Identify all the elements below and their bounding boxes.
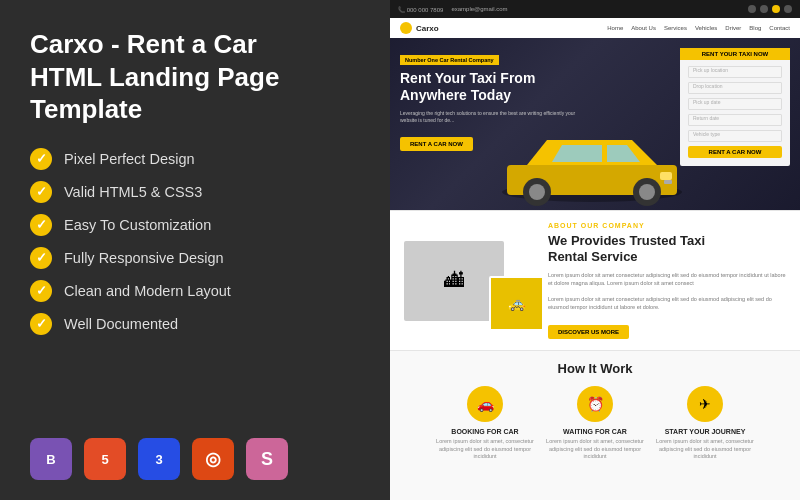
feature-item: Fully Responsive Design	[30, 247, 360, 269]
form-input[interactable]: Drop location	[688, 82, 782, 94]
feature-item: Valid HTML5 & CSS3	[30, 181, 360, 203]
hero-content: Number One Car Rental Company Rent Your …	[390, 38, 800, 210]
about-overlay-image: 🚕	[489, 276, 544, 331]
nav-link[interactable]: About Us	[631, 25, 656, 31]
check-icon	[30, 181, 52, 203]
social-icon-2	[760, 5, 768, 13]
preview-hero-section: 📞 000 000 7809 example@gmail.com Carxo H…	[390, 0, 800, 210]
social-icon-3	[772, 5, 780, 13]
feature-item: Pixel Perfect Design	[30, 148, 360, 170]
form-input[interactable]: Return date	[688, 114, 782, 126]
hero-left: Number One Car Rental Company Rent Your …	[400, 48, 672, 210]
feature-text: Easy To Customization	[64, 217, 211, 233]
nav-link[interactable]: Driver	[725, 25, 741, 31]
form-field[interactable]: Drop location	[688, 82, 782, 94]
check-icon	[30, 148, 52, 170]
topbar-phone: 📞 000 000 7809	[398, 6, 443, 13]
product-title: Carxo - Rent a Car HTML Landing Page Tem…	[30, 28, 360, 126]
svg-rect-6	[660, 172, 672, 180]
how-step: 🚗 BOOKING FOR CAR Lorem ipsum dolor sit …	[435, 386, 535, 461]
about-cta-button[interactable]: DISCOVER US MORE	[548, 325, 629, 339]
form-title: RENT YOUR TAXI NOW	[680, 48, 790, 60]
feature-item: Clean and Modern Layout	[30, 280, 360, 302]
about-description-2: Lorem ipsum dolor sit amet consectetur a…	[548, 295, 786, 312]
hero-title: Rent Your Taxi From Anywhere Today	[400, 70, 672, 104]
features-list: Pixel Perfect DesignValid HTML5 & CSS3Ea…	[30, 148, 360, 335]
svg-point-5	[639, 184, 655, 200]
preview-how-section: How It Work 🚗 BOOKING FOR CAR Lorem ipsu…	[390, 350, 800, 500]
about-image-area: 🏙 🚕	[404, 241, 534, 321]
feature-text: Valid HTML5 & CSS3	[64, 184, 202, 200]
html5-badge: 5	[84, 438, 126, 480]
about-label-prefix: ABOUT	[548, 222, 578, 229]
form-field[interactable]: Pick up location	[688, 66, 782, 78]
check-icon	[30, 247, 52, 269]
form-input[interactable]: Pick up date	[688, 98, 782, 110]
how-step: ✈ START YOUR JOURNEY Lorem ipsum dolor s…	[655, 386, 755, 461]
check-icon	[30, 280, 52, 302]
step-description: Lorem ipsum dolor sit amet, consectetur …	[655, 438, 755, 461]
check-icon	[30, 313, 52, 335]
svg-point-3	[529, 184, 545, 200]
car-svg	[492, 120, 692, 210]
feature-item: Easy To Customization	[30, 214, 360, 236]
codeigniter-badge: ◎	[192, 438, 234, 480]
nav-link[interactable]: Blog	[749, 25, 761, 31]
topbar-social	[748, 5, 792, 13]
check-icon	[30, 214, 52, 236]
feature-text: Clean and Modern Layout	[64, 283, 231, 299]
sass-badge: S	[246, 438, 288, 480]
how-step: ⏰ WAITING FOR CAR Lorem ipsum dolor sit …	[545, 386, 645, 461]
right-panel: 📞 000 000 7809 example@gmail.com Carxo H…	[390, 0, 800, 500]
tech-icons-row: B53◎S	[30, 438, 360, 480]
svg-rect-7	[664, 180, 672, 184]
step-title: WAITING FOR CAR	[545, 428, 645, 435]
about-title: We Provides Trusted Taxi Rental Service	[548, 233, 786, 264]
form-field[interactable]: Vehicle type	[688, 130, 782, 142]
feature-text: Well Documented	[64, 316, 178, 332]
step-title: START YOUR JOURNEY	[655, 428, 755, 435]
feature-item: Well Documented	[30, 313, 360, 335]
about-label-company: OUR COMPANY	[581, 222, 645, 229]
nav-link[interactable]: Vehicles	[695, 25, 717, 31]
nav-logo-text: Carxo	[416, 24, 439, 33]
hero-car-image	[492, 120, 692, 210]
form-field[interactable]: Pick up date	[688, 98, 782, 110]
hero-badge: Number One Car Rental Company	[400, 55, 499, 65]
about-label: ABOUT OUR COMPANY	[548, 222, 786, 229]
step-description: Lorem ipsum dolor sit amet, consectetur …	[435, 438, 535, 461]
form-input[interactable]: Pick up location	[688, 66, 782, 78]
step-description: Lorem ipsum dolor sit amet, consectetur …	[545, 438, 645, 461]
about-description-1: Lorem ipsum dolor sit amet consectetur a…	[548, 271, 786, 288]
step-title: BOOKING FOR CAR	[435, 428, 535, 435]
about-text: ABOUT OUR COMPANY We Provides Trusted Ta…	[548, 222, 786, 338]
hero-cta-button[interactable]: RENT A CAR NOW	[400, 137, 473, 151]
hero-topbar: 📞 000 000 7809 example@gmail.com	[390, 0, 800, 18]
form-field[interactable]: Return date	[688, 114, 782, 126]
nav-links: HomeAbout UsServicesVehiclesDriverBlogCo…	[607, 25, 790, 31]
form-input[interactable]: Vehicle type	[688, 130, 782, 142]
topbar-email: example@gmail.com	[451, 6, 507, 12]
about-overlay-placeholder: 🚕	[491, 278, 542, 329]
feature-text: Fully Responsive Design	[64, 250, 224, 266]
booking-form[interactable]: RENT YOUR TAXI NOW Pick up locationDrop …	[680, 48, 790, 166]
form-submit-button[interactable]: RENT A CAR NOW	[688, 146, 782, 158]
nav-link[interactable]: Home	[607, 25, 623, 31]
preview-about-section: 🏙 🚕 ABOUT OUR COMPANY We Provides Truste…	[390, 210, 800, 350]
social-icon-4	[784, 5, 792, 13]
step-icon: ⏰	[577, 386, 613, 422]
css3-badge: 3	[138, 438, 180, 480]
nav-link[interactable]: Contact	[769, 25, 790, 31]
how-title: How It Work	[404, 361, 786, 376]
feature-text: Pixel Perfect Design	[64, 151, 195, 167]
step-icon: ✈	[687, 386, 723, 422]
nav-logo-icon	[400, 22, 412, 34]
nav-link[interactable]: Services	[664, 25, 687, 31]
nav-logo: Carxo	[400, 22, 439, 34]
bootstrap-badge: B	[30, 438, 72, 480]
how-steps: 🚗 BOOKING FOR CAR Lorem ipsum dolor sit …	[404, 386, 786, 461]
topbar-contact: 📞 000 000 7809 example@gmail.com	[398, 6, 507, 13]
step-icon: 🚗	[467, 386, 503, 422]
left-panel: Carxo - Rent a Car HTML Landing Page Tem…	[0, 0, 390, 500]
hero-nav: Carxo HomeAbout UsServicesVehiclesDriver…	[390, 18, 800, 38]
